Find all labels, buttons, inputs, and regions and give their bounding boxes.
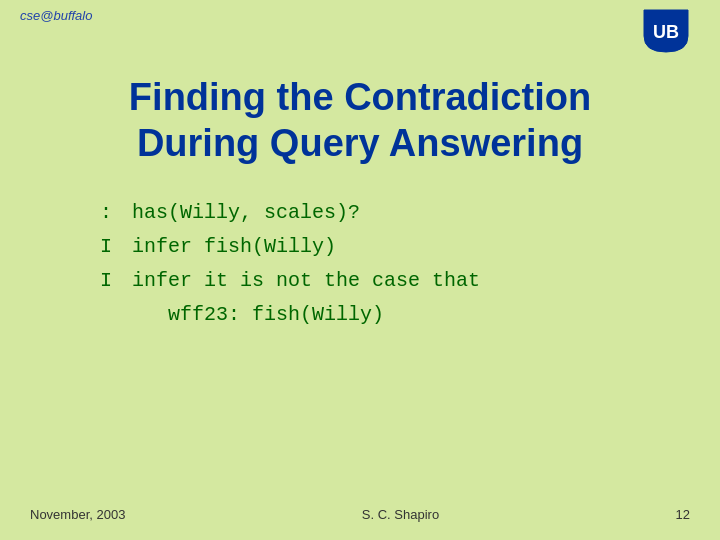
logo-text: cse@buffalo [20,8,92,23]
content-line1: : has(Willy, scales)? [100,196,680,230]
ub-shield-icon: UB [640,8,692,54]
prefix-1: : [100,196,120,230]
footer: November, 2003 S. C. Shapiro 12 [0,507,720,522]
content-text-2: infer fish(Willy) [132,235,336,258]
title-section: Finding the Contradiction During Query A… [40,75,680,166]
footer-date: November, 2003 [30,507,125,522]
title-line1: Finding the Contradiction [40,75,680,121]
content-line4: wff23: fish(Willy) [100,298,680,332]
content-line2: I infer fish(Willy) [100,230,680,264]
svg-rect-1 [644,10,688,18]
ub-logo: UB [640,8,700,58]
footer-author: S. C. Shapiro [362,507,439,522]
cse-buffalo-logo: cse@buffalo [20,8,92,23]
prefix-3: I [100,264,120,298]
prefix-2: I [100,230,120,264]
content-line3: I infer it is not the case that [100,264,680,298]
content-text-1: has(Willy, scales)? [132,201,360,224]
svg-text:UB: UB [653,22,679,42]
slide: cse@buffalo UB Finding the Contradiction… [0,0,720,540]
content-section: : has(Willy, scales)? I infer fish(Willy… [40,196,680,332]
footer-page-number: 12 [676,507,690,522]
title-line2: During Query Answering [40,121,680,167]
content-text-3: infer it is not the case that [132,269,480,292]
